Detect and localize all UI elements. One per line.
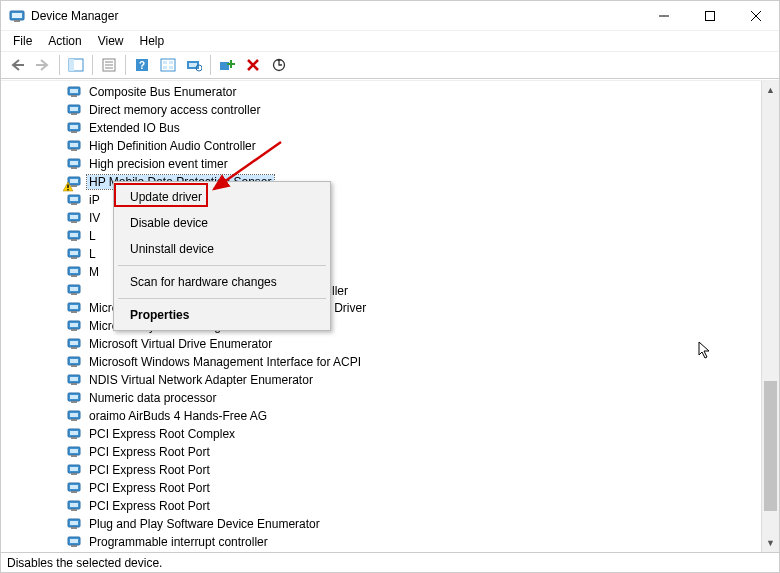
help-button[interactable]: ? [130,54,154,76]
toolbar: ? [1,51,779,79]
svg-rect-32 [70,125,78,129]
svg-rect-98 [71,509,77,511]
window-title: Device Manager [31,9,118,23]
device-tree-item[interactable]: High Definition Audio Controller [5,137,757,155]
svg-rect-36 [71,149,77,151]
menu-view[interactable]: View [90,32,132,50]
device-icon [67,355,83,369]
svg-rect-85 [70,431,78,435]
svg-rect-67 [70,323,78,327]
svg-rect-91 [70,467,78,471]
svg-rect-76 [70,377,78,381]
device-icon [67,193,83,207]
device-tree-item[interactable]: Numeric data processor [5,389,757,407]
svg-rect-94 [70,485,78,489]
svg-rect-43 [67,185,68,189]
device-icon [67,103,83,117]
context-menu-separator [118,298,326,299]
device-icon [67,301,83,315]
device-label: Composite Bus Enumerator [87,85,238,99]
svg-rect-104 [71,545,77,547]
device-label: Numeric data processor [87,391,218,405]
device-tree-item[interactable]: PCI Express Root Port [5,497,757,515]
svg-rect-86 [71,437,77,439]
device-tree-item[interactable]: Programmable interrupt controller [5,533,757,550]
device-icon [67,499,83,513]
device-label: iP [87,193,102,207]
device-label: Plug and Play Software Device Enumerator [87,517,322,531]
covered-row-suffix: ller [332,284,348,298]
svg-rect-4 [706,11,715,20]
forward-button[interactable] [31,54,55,76]
device-label: Direct memory access controller [87,103,262,117]
device-label: PCI Express Root Complex [87,427,237,441]
device-tree-item[interactable]: oraimo AirBuds 4 Hands-Free AG [5,407,757,425]
update-driver-button[interactable] [267,54,291,76]
device-icon [67,265,83,279]
device-icon [67,445,83,459]
svg-rect-18 [163,66,167,69]
svg-rect-47 [71,203,77,205]
menu-file[interactable]: File [5,32,40,50]
device-icon [67,337,83,351]
back-button[interactable] [5,54,29,76]
context-menu-item[interactable]: Disable device [116,210,328,236]
device-tree-item[interactable]: Composite Bus Enumerator [5,83,757,101]
menubar: File Action View Help [1,31,779,51]
svg-rect-26 [70,89,78,93]
device-tree-item[interactable]: Direct memory access controller [5,101,757,119]
device-icon [67,463,83,477]
svg-rect-38 [70,161,78,165]
properties-button[interactable] [97,54,121,76]
svg-rect-30 [71,113,77,115]
device-icon [67,247,83,261]
menu-help[interactable]: Help [132,32,173,50]
device-tree-item[interactable]: Microsoft Virtual Drive Enumerator [5,335,757,353]
action-center-button[interactable] [156,54,180,76]
close-button[interactable] [733,1,779,31]
device-tree-item[interactable]: High precision event timer [5,155,757,173]
svg-rect-50 [71,221,77,223]
device-tree-item[interactable]: Extended IO Bus [5,119,757,137]
context-menu-item[interactable]: Update driver [116,184,328,210]
device-tree-item[interactable]: Microsoft Windows Management Interface f… [5,353,757,371]
scroll-thumb[interactable] [764,381,777,511]
device-tree-item[interactable]: Plug and Play Software Device Enumerator [5,515,757,533]
device-tree-item[interactable]: PCI Express Root Port [5,461,757,479]
device-label: Microsoft Virtual Drive Enumerator [87,337,274,351]
scroll-down-button[interactable]: ▼ [762,534,779,552]
device-icon [67,427,83,441]
menu-action[interactable]: Action [40,32,89,50]
device-tree-item[interactable]: NDIS Virtual Network Adapter Enumerator [5,371,757,389]
uninstall-button[interactable] [241,54,265,76]
context-menu-item[interactable]: Uninstall device [116,236,328,262]
device-label: High precision event timer [87,157,230,171]
svg-rect-58 [70,269,78,273]
svg-rect-95 [71,491,77,493]
svg-rect-21 [189,63,197,67]
svg-rect-33 [71,131,77,133]
device-label: Microsoft Windows Management Interface f… [87,355,363,369]
show-hide-console-tree-button[interactable] [64,54,88,76]
device-label: High Definition Audio Controller [87,139,258,153]
scan-hardware-button[interactable] [182,54,206,76]
svg-rect-2 [14,20,20,22]
device-icon [67,85,83,99]
context-menu-item[interactable]: Properties [116,302,328,328]
vertical-scrollbar[interactable]: ▲ ▼ [761,81,779,552]
device-tree-item[interactable]: PCI Express Root Port [5,479,757,497]
device-label: PCI Express Root Port [87,445,212,459]
device-tree-item[interactable]: PCI Express Root Complex [5,425,757,443]
device-icon [67,157,83,171]
add-legacy-hardware-button[interactable] [215,54,239,76]
maximize-button[interactable] [687,1,733,31]
device-tree-item[interactable]: PCI Express Root Port [5,443,757,461]
svg-rect-73 [70,359,78,363]
scroll-up-button[interactable]: ▲ [762,81,779,99]
svg-rect-35 [70,143,78,147]
svg-rect-71 [71,347,77,349]
context-menu-item[interactable]: Scan for hardware changes [116,269,328,295]
minimize-button[interactable] [641,1,687,31]
statusbar: Disables the selected device. [1,552,779,572]
statusbar-text: Disables the selected device. [7,556,162,570]
